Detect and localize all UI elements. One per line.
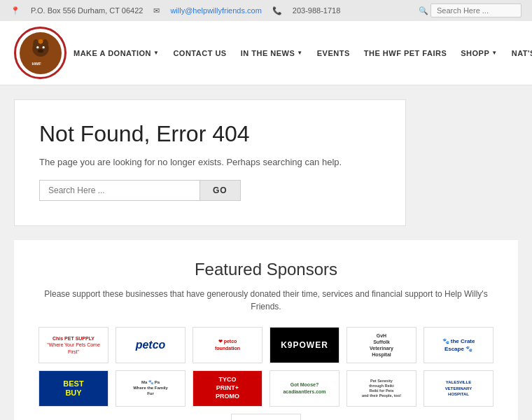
chevron-down-icon: ▼: [153, 50, 159, 56]
svg-point-5: [37, 49, 43, 52]
sponsor-crate-escape[interactable]: 🐾 the CrateEscape 🐾: [424, 327, 493, 363]
search-icon-top: 🔍: [419, 6, 428, 15]
sponsor-k9power[interactable]: K9POWER: [270, 327, 340, 363]
error-search-input[interactable]: [39, 180, 200, 201]
svg-point-3: [36, 46, 38, 48]
header: HWF MAKE A DONATION ▼ CONTACT US IN THE …: [0, 21, 532, 85]
nav-nats-cats[interactable]: NAT'S CATS: [505, 46, 532, 61]
svg-text:HWF: HWF: [31, 61, 41, 65]
logo-circle: HWF: [14, 27, 66, 79]
error-card: Not Found, Error 404 The page you are lo…: [14, 99, 406, 226]
error-description: The page you are looking for no longer e…: [39, 157, 381, 167]
sponsors-row-1: Chis PET SUPPLY"Where Your Pets Come Fir…: [35, 327, 497, 363]
nav-events[interactable]: EVENTS: [310, 46, 357, 61]
main-content: Not Found, Error 404 The page you are lo…: [0, 85, 532, 420]
chevron-down-icon-3: ▼: [491, 50, 497, 56]
address-text: P.O. Box 556 Durham, CT 06422: [31, 6, 143, 15]
svg-point-4: [42, 46, 44, 48]
sponsors-section: Featured Sponsors Please support these b…: [14, 240, 518, 420]
sponsor-mapa[interactable]: Ma 🐾 PaWhere the FamilyFur: [115, 370, 186, 407]
nav-shopp[interactable]: SHOPP ▼: [454, 46, 504, 61]
top-search-input[interactable]: [430, 4, 522, 18]
email-icon: ✉: [153, 6, 160, 15]
main-nav: MAKE A DONATION ▼ CONTACT US IN THE NEWS…: [66, 46, 532, 61]
sponsor-best-buy[interactable]: BESTBUY: [38, 370, 108, 407]
search-row: GO: [39, 180, 381, 201]
email-link[interactable]: willy@helpwillyfriends.com: [170, 6, 261, 15]
phone-text: 203-988-1718: [293, 6, 341, 15]
address-icon: 📍: [10, 6, 20, 15]
chevron-down-icon-2: ▼: [297, 50, 302, 56]
sponsor-tyco[interactable]: TYCOPRINT+PROMO: [192, 370, 262, 407]
top-bar: 📍 P.O. Box 556 Durham, CT 06422 ✉ willy@…: [0, 0, 532, 21]
sponsor-got-moose[interactable]: Got Moose?acadiaantlers.com: [270, 370, 340, 407]
sponsor-frisco-pizza[interactable]: Frisco'sPizza203 Forbes Ave(203) 621-723…: [231, 414, 301, 420]
sponsors-title: Featured Sponsors: [35, 260, 497, 279]
nav-make-donation[interactable]: MAKE A DONATION ▼: [66, 46, 166, 61]
error-title: Not Found, Error 404: [39, 121, 381, 147]
logo-area: HWF: [14, 27, 66, 79]
sponsor-yalesville[interactable]: YALESVILLEVETERINARYHOSPITAL: [424, 370, 493, 407]
go-button[interactable]: GO: [200, 180, 241, 201]
phone-icon: 📞: [272, 6, 282, 15]
sponsor-petco-foundation[interactable]: ❤ petcofoundation: [192, 327, 262, 363]
sponsor-gvh[interactable]: GvHSuffolkVeterinaryHospital: [346, 327, 416, 363]
top-bar-left: 📍 P.O. Box 556 Durham, CT 06422 ✉ willy@…: [10, 6, 340, 15]
top-bar-right: 🔍: [419, 4, 522, 18]
sponsors-row-2: BESTBUY Ma 🐾 PaWhere the FamilyFur TYCOP…: [35, 370, 497, 420]
nav-contact-us[interactable]: CONTACT US: [166, 46, 233, 61]
sponsor-chris-pet-supply[interactable]: Chis PET SUPPLY"Where Your Pets Come Fir…: [38, 327, 108, 363]
nav-in-the-news[interactable]: IN THE NEWS ▼: [234, 46, 310, 61]
sponsors-description: Please support these businesses that hav…: [35, 288, 497, 313]
sponsor-pet-serenity[interactable]: Pet Serenitythrough ReikiReiki for Petsa…: [346, 370, 416, 407]
nav-pet-fairs[interactable]: THE HWF PET FAIRS: [357, 46, 454, 61]
sponsor-petco[interactable]: petco: [115, 327, 186, 363]
svg-point-6: [38, 39, 43, 44]
logo-image: HWF: [20, 32, 62, 74]
